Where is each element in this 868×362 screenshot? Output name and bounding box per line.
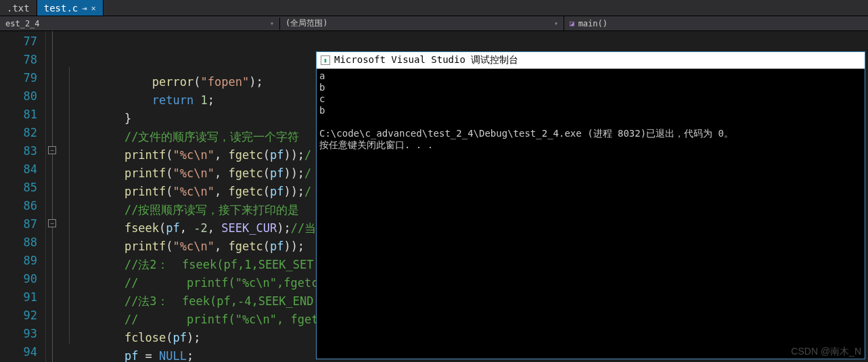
console-title: Microsoft Visual Studio 调试控制台 <box>334 54 518 66</box>
chevron-down-icon: ▾ <box>554 20 558 27</box>
line-number: 90 <box>0 270 45 288</box>
close-icon[interactable]: ✕ <box>91 3 96 13</box>
tab-label: .txt <box>7 3 30 14</box>
line-number: 82 <box>0 124 45 142</box>
line-number: 77 <box>0 32 45 51</box>
console-output: a b c b C:\code\c_advanced\test_2_4\Debu… <box>317 69 865 152</box>
line-number-gutter: 777879808182838485868788899091929394 <box>0 31 46 362</box>
console-app-icon: ▮ <box>321 55 330 65</box>
line-number: 83 <box>0 142 45 160</box>
fold-column: −− <box>46 31 69 362</box>
watermark: CSDN @南木_N <box>791 346 861 358</box>
line-number: 94 <box>0 343 45 361</box>
line-number: 92 <box>0 307 45 325</box>
nav-member-label: main() <box>578 19 608 28</box>
line-number: 88 <box>0 233 45 252</box>
tab-label: test.c <box>44 3 78 14</box>
tab-test-c[interactable]: test.c ⇥ ✕ <box>37 0 104 16</box>
line-number: 79 <box>0 69 45 87</box>
fold-toggle[interactable]: − <box>48 146 56 154</box>
nav-scope-label: (全局范围) <box>285 18 327 29</box>
line-number: 89 <box>0 252 45 270</box>
line-number: 81 <box>0 106 45 124</box>
line-number: 80 <box>0 87 45 106</box>
nav-project-dropdown[interactable]: est_2_4 ▾ <box>0 18 280 30</box>
nav-member-dropdown[interactable]: ◪ main() <box>564 19 868 28</box>
chevron-down-icon: ▾ <box>270 20 274 27</box>
line-number: 91 <box>0 288 45 307</box>
tab-txt[interactable]: .txt <box>0 0 37 16</box>
debug-console-window[interactable]: ▮ Microsoft Visual Studio 调试控制台 a b c b … <box>316 51 865 359</box>
console-titlebar[interactable]: ▮ Microsoft Visual Studio 调试控制台 <box>317 52 865 69</box>
tab-bar: .txt test.c ⇥ ✕ <box>0 0 868 16</box>
line-number: 78 <box>0 51 45 69</box>
fold-guide-line <box>52 31 53 362</box>
indent-guide <box>69 67 70 344</box>
line-number: 87 <box>0 215 45 233</box>
nav-scope-dropdown[interactable]: (全局范围) ▾ <box>280 16 564 30</box>
nav-bar: est_2_4 ▾ (全局范围) ▾ ◪ main() <box>0 16 868 31</box>
line-number: 84 <box>0 160 45 179</box>
method-icon: ◪ <box>570 19 574 28</box>
nav-project-label: est_2_4 <box>5 19 40 28</box>
fold-toggle[interactable]: − <box>48 219 56 227</box>
line-number: 85 <box>0 179 45 197</box>
line-number: 86 <box>0 197 45 215</box>
line-number: 93 <box>0 325 45 343</box>
pin-icon[interactable]: ⇥ <box>82 3 87 13</box>
